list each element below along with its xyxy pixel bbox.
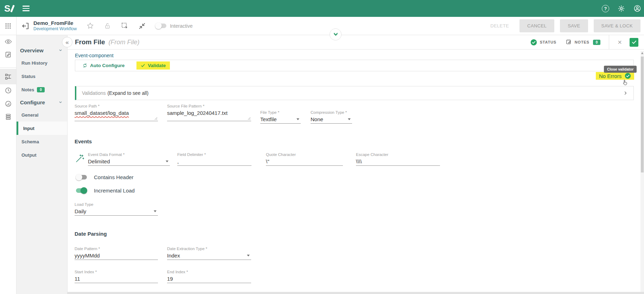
resize-grip-icon[interactable] <box>248 117 251 120</box>
dropdown-caret-icon <box>166 161 168 162</box>
vertical-scrollbar[interactable] <box>640 51 644 292</box>
chevron-down-icon <box>58 48 63 52</box>
delete-button[interactable]: DELETE <box>485 20 514 32</box>
settings-gear-icon[interactable] <box>618 5 625 12</box>
source-path-field[interactable]: Source Path * small_dataset/log_data <box>75 103 158 121</box>
menu-icon[interactable] <box>23 6 30 11</box>
incremental-load-row[interactable]: Incremental Load <box>76 188 135 194</box>
sidebar-item-output[interactable]: Output <box>17 148 67 162</box>
page-subtitle: (From File) <box>109 39 140 46</box>
monitor-gauge-icon[interactable] <box>0 97 16 110</box>
load-type-select[interactable]: Load Type Daily <box>75 201 158 216</box>
exit-workflow-icon[interactable] <box>21 22 30 30</box>
date-parsing-heading: Date Parsing <box>75 231 107 237</box>
logo-text: S <box>4 4 10 13</box>
logo-slash <box>11 5 15 12</box>
save-and-lock-button[interactable]: SAVE & LOCK <box>594 19 640 32</box>
source-file-pattern-field[interactable]: Source File Pattern * sample_log_2024041… <box>167 103 251 121</box>
escape-character-field[interactable]: Escape Character \\\\ <box>356 151 440 166</box>
success-check-icon <box>625 73 631 79</box>
interactive-toggle[interactable] <box>155 24 166 28</box>
component-checkbox[interactable] <box>630 38 638 47</box>
quote-character-field[interactable]: Quote Character \" <box>266 151 343 166</box>
icon-rail <box>0 35 17 294</box>
resize-grip-icon[interactable] <box>154 117 158 120</box>
contains-header-toggle[interactable] <box>76 175 87 179</box>
notes-button[interactable]: NOTES 0 <box>566 39 600 45</box>
marquee-select-icon[interactable] <box>121 22 129 30</box>
stack-layers-icon[interactable] <box>0 110 16 123</box>
page-title: From File <box>75 38 105 46</box>
compression-type-select[interactable]: Compression Type * None <box>311 109 352 124</box>
events-heading: Events <box>75 138 92 144</box>
status-check-icon <box>530 39 537 46</box>
panel-header: « From File (From File) STATUS NOTES 0 × <box>68 35 644 50</box>
collapse-panel-button[interactable]: « <box>62 37 72 47</box>
interactive-label: Interactive <box>170 23 193 29</box>
unlock-icon[interactable] <box>104 22 111 30</box>
sidebar-item-run-history[interactable]: Run History <box>17 56 67 70</box>
auto-detect-wand-icon[interactable] <box>75 154 84 163</box>
notes-count-badge: 0 <box>37 87 45 92</box>
date-pattern-field[interactable]: Date Pattern * yyyyMMdd <box>75 245 158 260</box>
contains-header-row[interactable]: Contains Header <box>76 174 134 180</box>
nav-section-overview[interactable]: Overview <box>17 44 67 56</box>
sidebar-item-schema[interactable]: Schema <box>17 135 67 148</box>
chevron-right-icon <box>623 91 628 96</box>
status-button[interactable]: STATUS <box>530 39 556 46</box>
refresh-icon <box>82 63 88 68</box>
file-type-select[interactable]: File Type * Textfile <box>260 109 301 124</box>
workflow-type: Development Workflow <box>33 26 77 32</box>
edit-note-icon[interactable] <box>0 48 16 61</box>
sidebar-item-input[interactable]: Input <box>17 122 67 135</box>
end-index-field[interactable]: End Index * 19 <box>167 268 251 283</box>
sidebar-item-notes[interactable]: Notes 0 <box>17 83 67 96</box>
start-index-field[interactable]: Start Index * 11 <box>75 268 158 283</box>
component-actions-bar: Auto Configure Validate <box>75 60 634 71</box>
nav-section-label: Overview <box>20 47 44 53</box>
help-icon[interactable]: ? <box>602 5 609 12</box>
config-nav-panel: Overview Run History Status Notes 0 Conf… <box>17 35 68 294</box>
top-app-bar: S ? <box>0 0 644 17</box>
scroll-up-arrow[interactable] <box>641 52 643 54</box>
validate-button[interactable]: Validate <box>136 61 170 70</box>
nav-section-configure[interactable]: Configure <box>17 96 67 108</box>
close-validator-tooltip: Close validator <box>604 66 637 73</box>
mouse-cursor-hand <box>622 79 629 86</box>
dropdown-caret-icon <box>297 118 299 120</box>
check-icon <box>141 63 145 68</box>
scrollbar-thumb[interactable] <box>641 57 644 172</box>
visibility-icon[interactable] <box>0 35 16 48</box>
notes-icon <box>566 39 572 45</box>
dropdown-caret-icon <box>247 255 250 256</box>
header-divider <box>609 35 609 49</box>
horizontal-scroll-track <box>68 292 644 294</box>
expand-panel-button[interactable] <box>330 28 342 40</box>
notes-badge: 0 <box>593 40 601 45</box>
workflow-toolbar: Demo_FromFile Development Workflow Inter… <box>0 17 644 35</box>
date-extraction-type-select[interactable]: Date Extraction Type * Index <box>167 245 251 260</box>
history-clock-icon[interactable] <box>0 84 16 97</box>
incremental-load-toggle[interactable] <box>76 188 87 193</box>
dropdown-caret-icon <box>154 210 157 212</box>
auto-configure-button[interactable]: Auto Configure <box>82 63 125 68</box>
workflow-name: Demo_FromFile <box>33 20 77 27</box>
sidebar-item-general[interactable]: General <box>17 108 67 122</box>
save-button[interactable]: SAVE <box>560 19 588 32</box>
workflow-title-block[interactable]: Demo_FromFile Development Workflow <box>33 20 77 32</box>
account-icon[interactable] <box>633 5 641 12</box>
brand-logo[interactable]: S <box>4 4 13 13</box>
apps-grid-icon[interactable] <box>0 17 17 35</box>
close-icon[interactable]: × <box>616 38 623 46</box>
pipeline-icon[interactable] <box>0 70 16 83</box>
collapse-icon[interactable] <box>138 22 146 30</box>
field-delimiter-field[interactable]: Field Delimiter * , <box>177 151 251 166</box>
event-component-label: Event-component <box>75 53 114 58</box>
favorite-star-icon[interactable] <box>86 22 94 30</box>
dropdown-caret-icon <box>348 118 351 120</box>
event-data-format-select[interactable]: Event Data Format * Delimited <box>88 151 170 166</box>
cancel-button[interactable]: CANCEL <box>519 19 554 32</box>
component-config-panel: « From File (From File) STATUS NOTES 0 × <box>68 35 644 294</box>
sidebar-item-status[interactable]: Status <box>17 70 67 83</box>
validations-accordion[interactable]: Validations (Expand to see all) <box>75 86 634 100</box>
